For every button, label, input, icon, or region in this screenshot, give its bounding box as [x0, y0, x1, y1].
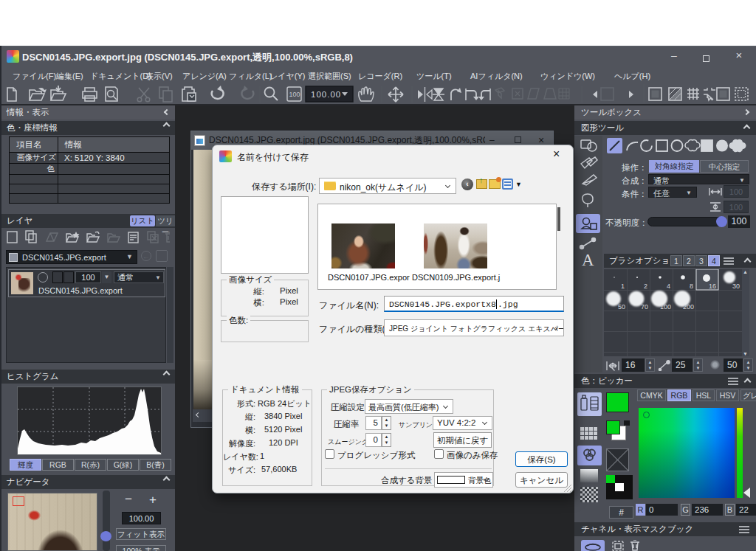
svg-text:2: 2 [644, 283, 647, 290]
svg-text:100.00: 100.00 [311, 90, 341, 99]
svg-text:1: 1 [621, 283, 625, 290]
svg-text:8: 8 [690, 283, 693, 290]
svg-text:70: 70 [641, 303, 648, 311]
svg-text:4: 4 [667, 283, 670, 290]
svg-text:200: 200 [683, 303, 694, 311]
svg-text:30: 30 [732, 283, 740, 290]
svg-text:100: 100 [289, 91, 300, 98]
svg-text:50: 50 [618, 303, 625, 311]
svg-text:16: 16 [709, 283, 716, 290]
svg-text:100: 100 [660, 303, 671, 311]
